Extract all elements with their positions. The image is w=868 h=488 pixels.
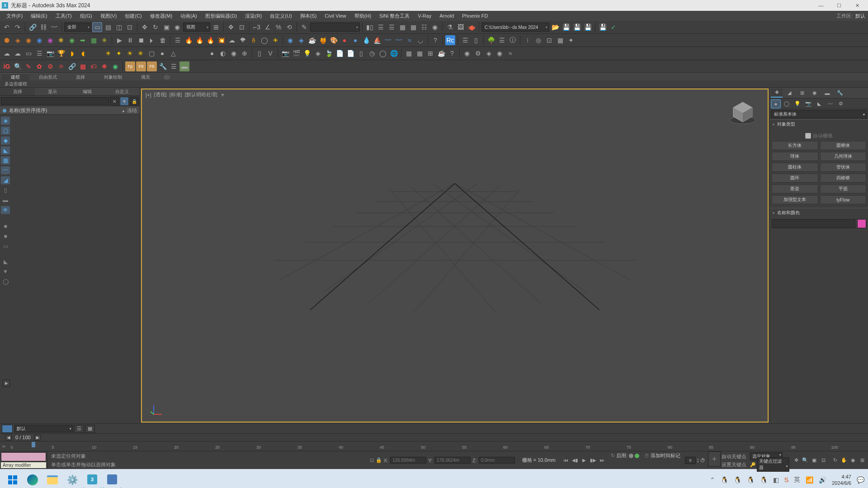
save-inc-icon[interactable]: 💾 [583,22,593,32]
box-icon[interactable]: ▢ [146,48,156,58]
cam2-icon[interactable]: 🎬 [291,48,301,58]
menu-modifiers[interactable]: 修改器(M) [146,12,176,20]
f8-button[interactable]: F8 [136,61,146,71]
spacewarps-cat-icon[interactable]: 〰 [825,99,835,108]
tool5-icon[interactable]: ≈ [505,48,515,58]
pause-icon[interactable]: ⏸ [125,35,135,45]
plugin-icon[interactable]: ◉ [67,35,77,45]
modify-panel-icon[interactable]: ◢ [783,89,795,98]
filter-sq1-icon[interactable]: ■ [1,222,10,230]
shaded-sphere-icon[interactable]: ◉ [229,48,239,58]
spray-icon[interactable]: ✦ [566,35,576,45]
ribbon-tab-objectpaint[interactable]: 对象绘制 [95,74,131,81]
menu-phoenix[interactable]: Phoenix FD [458,12,491,19]
target-icon[interactable]: ◎ [533,35,543,45]
plugin-icon[interactable]: ✳ [99,35,109,45]
mirror-icon[interactable]: ▮▯ [365,22,375,32]
nav-pan-icon[interactable]: ✥ [792,456,800,465]
pivot-icon[interactable]: ⊞ [211,22,221,32]
tool3-icon[interactable]: ◈ [484,48,494,58]
tray-app-icon[interactable]: ◧ [773,476,779,483]
water1-icon[interactable]: ◉ [285,35,295,45]
fire2-icon[interactable]: 🔥 [194,35,204,45]
plugin-icon[interactable]: ◉ [24,35,33,45]
timeline-expand-icon[interactable]: ⊳ [0,441,8,451]
layer-stack-icon[interactable]: ☰ [74,425,84,433]
fire3-icon[interactable]: 🔥 [205,35,215,45]
stop-icon[interactable]: ⏹ [136,35,146,45]
play-anim-icon[interactable]: ▶ [580,456,588,465]
plugin-icon[interactable]: ◈ [13,35,23,45]
btn-sphere[interactable]: 球体 [772,152,818,161]
save-blue-icon[interactable]: 💾 [598,22,608,32]
category-dropdown[interactable]: 标准基本体 [771,110,867,118]
wrench-icon[interactable]: 🔧 [158,61,168,71]
link2-icon[interactable]: 🔗 [67,61,77,71]
edge-icon[interactable] [24,471,42,488]
frame-start-icon[interactable]: ◀ [5,435,12,441]
systems-cat-icon[interactable]: ⚙ [836,99,846,108]
plugin-icon[interactable]: ◉ [45,35,55,45]
water2-icon[interactable]: ◈ [296,35,306,45]
frame-end-icon[interactable]: ▶ [34,435,41,441]
explorer-icon[interactable] [43,471,61,488]
light1-icon[interactable]: ☀ [103,48,113,58]
rotate-icon[interactable]: ↻ [151,22,160,32]
undo-icon[interactable]: ↶ [2,22,12,32]
fp-button[interactable]: Fp [125,61,135,71]
scene-tab-select[interactable]: 选择 [0,88,35,95]
btn-cylinder[interactable]: 圆柱体 [772,163,818,172]
loop-play-icon[interactable]: ⏵ [147,35,157,45]
plugin-icon[interactable]: ⬢ [2,35,12,45]
filter-funnel-icon[interactable]: ▼ [1,267,10,276]
tray-wifi-icon[interactable]: 📶 [806,476,813,483]
cup-icon[interactable]: ☕ [436,48,446,58]
open-icon[interactable]: 📂 [550,22,560,32]
ribbon-tab-populate[interactable]: 填充 [132,74,159,81]
tray-ime-icon[interactable]: 英 [794,476,800,484]
menu-group[interactable]: 组(G) [76,12,96,20]
maximize-button[interactable]: ☐ [830,0,848,10]
btn-tube[interactable]: 管状体 [820,163,867,172]
refcoord-dropdown[interactable]: 视图 [183,23,210,32]
tornado-icon[interactable]: 🌪 [238,35,248,45]
tray-qq3-icon[interactable]: 🐧 [747,476,755,483]
plugin-icon[interactable]: ✱ [56,35,66,45]
tree-icon[interactable]: 🌳 [486,35,496,45]
set-key-button[interactable]: + [708,451,721,467]
check-icon[interactable]: ✓ [609,22,618,32]
tray-qq2-icon[interactable]: 🐧 [734,476,741,483]
create-panel-icon[interactable]: ✚ [771,89,783,98]
menu-vray[interactable]: V-Ray [414,12,435,19]
select-object-icon[interactable]: ▭ [92,22,102,32]
tray-notification-icon[interactable]: 💬 [857,476,864,483]
help-icon[interactable]: ? [430,35,440,45]
setkey-label[interactable]: 设置关键点 [722,461,749,468]
pencil-icon[interactable]: ✎ [24,61,33,71]
gear-icon[interactable]: ⚙ [45,61,55,71]
goto-start-icon[interactable]: ⏮ [562,456,570,465]
grid3-icon[interactable]: ⊞ [425,48,435,58]
menu-sini[interactable]: SiNi 整合工具 [376,12,413,20]
coffee-icon[interactable]: ☕ [307,35,317,45]
fingerprint-icon[interactable]: ◉ [110,61,120,71]
filter-helper-icon[interactable]: ▦ [1,156,10,164]
window-cross-icon[interactable]: ⊡ [125,22,135,32]
select-name-icon[interactable]: ▤ [103,22,113,32]
tray-volume-icon[interactable]: 🔊 [819,476,826,483]
settings-icon[interactable]: ⚙️ [63,471,81,488]
scene-tab-edit[interactable]: 编辑 [70,88,105,95]
fire1-icon[interactable]: 🔥 [184,35,193,45]
scale-icon[interactable]: ▣ [161,22,171,32]
doc-icon[interactable]: 📄 [335,48,344,58]
group-icon[interactable]: ⊡ [544,35,554,45]
scene-col-name[interactable]: 名称(按升序排序) [9,107,47,114]
light4-icon[interactable]: ✳ [136,48,146,58]
scene-filter-icon[interactable]: ▼ [120,97,129,106]
viewport-label[interactable]: [+] [透视] [标准] [默认明暗处理] ▼ [145,91,226,98]
app-taskbar-icon[interactable] [103,471,121,488]
trophy-icon[interactable]: 🏆 [56,48,66,58]
coord-y[interactable]: 176.0624m [434,457,471,464]
time-config-icon[interactable]: ⏱ [700,458,705,463]
gray-sphere-icon[interactable]: ● [207,48,217,58]
